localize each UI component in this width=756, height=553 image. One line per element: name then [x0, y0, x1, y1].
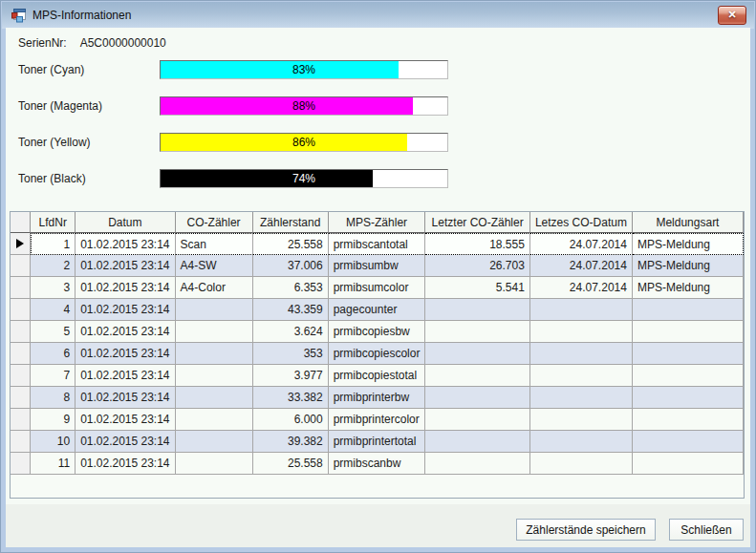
column-header[interactable]: LfdNr [31, 212, 76, 233]
cell[interactable] [530, 299, 633, 321]
cell[interactable]: 43.359 [253, 299, 329, 321]
cell[interactable] [425, 343, 529, 365]
row-selector-cell[interactable] [11, 409, 31, 431]
cell[interactable] [176, 387, 253, 409]
cell[interactable]: 9 [31, 409, 76, 431]
cell[interactable]: prmibsumcolor [329, 277, 426, 299]
cell[interactable]: prmibprintercolor [329, 409, 426, 431]
cell[interactable]: A4-Color [176, 277, 253, 299]
row-selector-cell[interactable] [11, 387, 31, 409]
row-selector-cell[interactable] [11, 233, 31, 255]
cell[interactable] [633, 453, 744, 475]
table-row[interactable]: 601.02.2015 23:14353prmibcopiescolor [11, 343, 744, 365]
column-header[interactable]: MPS-Zähler [329, 212, 426, 233]
cell[interactable] [425, 431, 529, 453]
cell[interactable]: 01.02.2015 23:14 [76, 387, 175, 409]
cell[interactable] [530, 387, 633, 409]
cell[interactable]: 01.02.2015 23:14 [76, 453, 175, 475]
cell[interactable]: 8 [31, 387, 76, 409]
cell[interactable]: MPS-Meldung [633, 255, 744, 277]
table-row[interactable]: 701.02.2015 23:143.977prmibcopiestotal [11, 365, 744, 387]
cell[interactable]: 37.006 [253, 255, 329, 277]
cell[interactable]: 24.07.2014 [530, 233, 633, 255]
cell[interactable]: pagecounter [329, 299, 426, 321]
row-selector-cell[interactable] [11, 343, 31, 365]
cell[interactable] [176, 321, 253, 343]
table-row[interactable]: 401.02.2015 23:1443.359pagecounter [11, 299, 744, 321]
cell[interactable]: 26.703 [425, 255, 529, 277]
column-header[interactable]: Meldungsart [633, 212, 744, 233]
cell[interactable] [176, 343, 253, 365]
cell[interactable]: 3.977 [253, 365, 329, 387]
cell[interactable]: 11 [31, 453, 76, 475]
table-row[interactable]: 1101.02.2015 23:1425.558prmibscanbw [11, 453, 744, 475]
cell[interactable]: MPS-Meldung [633, 277, 744, 299]
table-row[interactable]: 801.02.2015 23:1433.382prmibprinterbw [11, 387, 744, 409]
cell[interactable]: prmibscantotal [329, 233, 426, 255]
cell[interactable]: 01.02.2015 23:14 [76, 277, 175, 299]
cell[interactable]: prmibcopiescolor [329, 343, 426, 365]
row-selector-cell[interactable] [11, 365, 31, 387]
column-header[interactable]: Datum [76, 212, 175, 233]
cell[interactable] [425, 387, 529, 409]
cell[interactable] [530, 321, 633, 343]
cell[interactable]: 6.353 [253, 277, 329, 299]
cell[interactable]: 25.558 [253, 453, 329, 475]
cell[interactable]: 2 [31, 255, 76, 277]
row-selector-cell[interactable] [11, 321, 31, 343]
row-selector-cell[interactable] [11, 453, 31, 475]
cell[interactable]: 1 [31, 233, 76, 255]
cell[interactable]: 01.02.2015 23:14 [76, 409, 175, 431]
cell[interactable] [530, 343, 633, 365]
table-row[interactable]: 501.02.2015 23:143.624prmibcopiesbw [11, 321, 744, 343]
cell[interactable] [633, 299, 744, 321]
cell[interactable] [633, 321, 744, 343]
row-selector-cell[interactable] [11, 277, 31, 299]
titlebar[interactable]: MPS-Informationen ✕ [2, 2, 754, 29]
cell[interactable]: prmibcopiestotal [329, 365, 426, 387]
cell[interactable]: 01.02.2015 23:14 [76, 321, 175, 343]
cell[interactable] [633, 409, 744, 431]
cell[interactable] [633, 387, 744, 409]
cell[interactable]: 6.000 [253, 409, 329, 431]
cell[interactable] [176, 365, 253, 387]
cell[interactable]: A4-SW [176, 255, 253, 277]
cell[interactable]: Scan [176, 233, 253, 255]
cell[interactable]: 7 [31, 365, 76, 387]
cell[interactable] [425, 321, 529, 343]
cell[interactable]: 4 [31, 299, 76, 321]
row-selector-header[interactable] [11, 212, 31, 233]
cell[interactable] [176, 409, 253, 431]
row-selector-cell[interactable] [11, 431, 31, 453]
cell[interactable]: prmibsumbw [329, 255, 426, 277]
cell[interactable] [530, 453, 633, 475]
cell[interactable] [425, 365, 529, 387]
cell[interactable] [530, 409, 633, 431]
close-icon[interactable]: ✕ [718, 6, 746, 25]
cell[interactable] [176, 431, 253, 453]
cell[interactable]: 24.07.2014 [530, 255, 633, 277]
save-counters-button[interactable]: Zählerstände speichern [516, 519, 656, 541]
cell[interactable]: 01.02.2015 23:14 [76, 431, 175, 453]
table-row[interactable]: 301.02.2015 23:14A4-Color6.353prmibsumco… [11, 277, 744, 299]
cell[interactable] [425, 409, 529, 431]
table-row[interactable]: 201.02.2015 23:14A4-SW37.006prmibsumbw26… [11, 255, 744, 277]
cell[interactable]: 01.02.2015 23:14 [76, 233, 175, 255]
table-row[interactable]: 1001.02.2015 23:1439.382prmibprintertota… [11, 431, 744, 453]
cell[interactable] [633, 365, 744, 387]
cell[interactable] [633, 343, 744, 365]
cell[interactable]: prmibcopiesbw [329, 321, 426, 343]
cell[interactable]: 10 [31, 431, 76, 453]
row-selector-cell[interactable] [11, 299, 31, 321]
cell[interactable]: 3 [31, 277, 76, 299]
cell[interactable]: 18.555 [425, 233, 529, 255]
cell[interactable]: 01.02.2015 23:14 [76, 365, 175, 387]
column-header[interactable]: CO-Zähler [176, 212, 253, 233]
cell[interactable] [176, 299, 253, 321]
column-header[interactable]: Zählerstand [253, 212, 329, 233]
cell[interactable] [425, 453, 529, 475]
cell[interactable] [633, 431, 744, 453]
cell[interactable] [530, 431, 633, 453]
row-selector-cell[interactable] [11, 255, 31, 277]
cell[interactable]: 39.382 [253, 431, 329, 453]
